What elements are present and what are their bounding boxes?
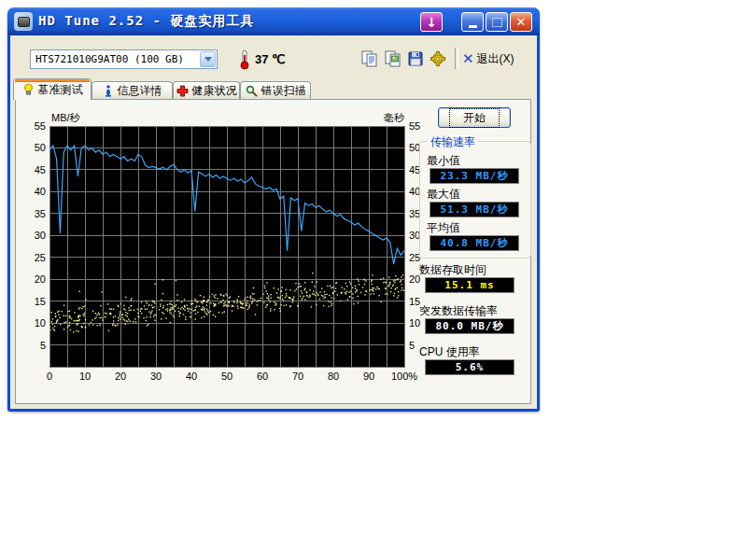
svg-text:55: 55 (409, 120, 420, 132)
info-icon (103, 85, 114, 97)
max-value-display: 51.3 MB/秒 (430, 202, 519, 217)
svg-text:80: 80 (328, 371, 339, 382)
svg-text:50: 50 (35, 142, 46, 153)
options-button[interactable] (428, 49, 447, 68)
temperature-value: 37 ℃ (255, 52, 286, 66)
transfer-rate-group: 传输速率 最小值 23.3 MB/秒 最大值 51.3 MB/秒 平均值 40.… (419, 141, 531, 259)
magnifier-icon (246, 85, 258, 97)
svg-text:55: 55 (35, 120, 46, 132)
benchmark-panel: 5510101515202025253030353540404545505055… (15, 99, 531, 404)
update-arrow-button[interactable]: ↓ (420, 12, 443, 32)
caption-buttons: ↓ ✕ (418, 12, 532, 32)
tab-health[interactable]: 健康状况 (173, 81, 240, 100)
svg-text:MB/秒: MB/秒 (51, 113, 81, 123)
thermometer-icon (238, 49, 251, 73)
svg-text:70: 70 (292, 371, 303, 382)
burst-rate-display: 80.0 MB/秒 (425, 318, 514, 334)
window-title: HD Tune 2.52 - 硬盘实用工具 (38, 13, 254, 30)
svg-text:40: 40 (186, 371, 197, 382)
copy-image-icon (385, 50, 402, 67)
svg-text:40: 40 (35, 186, 46, 197)
svg-text:15: 15 (35, 296, 46, 307)
transfer-rate-group-title: 传输速率 (428, 134, 478, 150)
exit-button[interactable]: ✕ 退出(X) (462, 49, 514, 68)
tab-info[interactable]: 信息详情 (92, 81, 173, 100)
copy-image-button[interactable] (383, 49, 402, 68)
save-button[interactable] (405, 49, 425, 68)
minimize-icon (469, 25, 477, 28)
maximize-button[interactable] (486, 12, 508, 32)
maximize-icon (492, 18, 502, 27)
client-area: HTS721010G9AT00 (100 GB) 37 ℃ (10, 35, 537, 409)
tab-benchmark[interactable]: 基准测试 (13, 78, 92, 100)
toolbar-separator (455, 48, 458, 69)
access-time-label: 数据存取时间 (419, 262, 486, 278)
tab-label: 信息详情 (118, 83, 162, 99)
drive-select-value: HTS721010G9AT00 (100 GB) (35, 53, 184, 65)
health-cross-icon (176, 85, 189, 97)
svg-text:45: 45 (35, 164, 46, 175)
benchmark-chart: 5510101515202025253030353540404545505055… (30, 113, 433, 385)
svg-text:5: 5 (40, 340, 46, 351)
start-button[interactable]: 开始 (438, 107, 511, 128)
app-window: HD Tune 2.52 - 硬盘实用工具 ↓ ✕ HTS721010G9AT0… (7, 7, 540, 412)
chevron-down-icon (204, 57, 212, 62)
min-value-display: 23.3 MB/秒 (430, 168, 519, 184)
svg-text:35: 35 (35, 208, 46, 219)
svg-text:20: 20 (35, 273, 46, 285)
svg-text:30: 30 (150, 371, 162, 382)
start-button-label: 开始 (449, 108, 500, 128)
svg-text:90: 90 (363, 371, 374, 382)
avg-value-display: 40.8 MB/秒 (430, 235, 519, 251)
svg-text:50: 50 (221, 371, 233, 382)
avg-label: 平均值 (427, 220, 460, 236)
access-time-display: 15.1 ms (425, 277, 514, 293)
svg-text:60: 60 (257, 371, 268, 382)
max-label: 最大值 (427, 187, 460, 203)
min-label: 最小值 (427, 153, 460, 169)
bulb-icon (22, 83, 35, 96)
svg-text:25: 25 (35, 252, 46, 263)
tab-label: 基准测试 (38, 82, 83, 98)
burst-rate-label: 突发数据传输率 (419, 303, 498, 319)
drive-select[interactable]: HTS721010G9AT00 (100 GB) (30, 49, 218, 69)
svg-text:10: 10 (79, 371, 91, 382)
svg-text:100%: 100% (391, 371, 417, 382)
svg-text:5: 5 (409, 340, 415, 351)
save-icon (407, 50, 424, 67)
exit-x-icon: ✕ (462, 50, 474, 67)
cpu-usage-label: CPU 使用率 (419, 344, 480, 360)
svg-text:10: 10 (35, 317, 46, 329)
exit-label: 退出(X) (477, 51, 514, 67)
svg-text:30: 30 (35, 230, 46, 241)
svg-text:20: 20 (115, 371, 126, 382)
cpu-usage-display: 5.6% (425, 359, 514, 375)
title-bar[interactable]: HD Tune 2.52 - 硬盘实用工具 ↓ ✕ (7, 7, 540, 35)
options-gear-icon (430, 50, 446, 67)
drive-select-dropdown-button[interactable] (200, 51, 216, 67)
copy-text-button[interactable] (359, 49, 379, 68)
tab-label: 健康状况 (192, 83, 237, 99)
tab-label: 错误扫描 (261, 83, 306, 99)
close-button[interactable]: ✕ (510, 12, 532, 32)
tab-error-scan[interactable]: 错误扫描 (240, 81, 311, 100)
copy-text-icon (361, 50, 378, 67)
minimize-button[interactable] (461, 12, 484, 32)
svg-text:毫秒: 毫秒 (384, 113, 405, 123)
app-icon (14, 12, 33, 31)
svg-text:0: 0 (47, 371, 52, 382)
